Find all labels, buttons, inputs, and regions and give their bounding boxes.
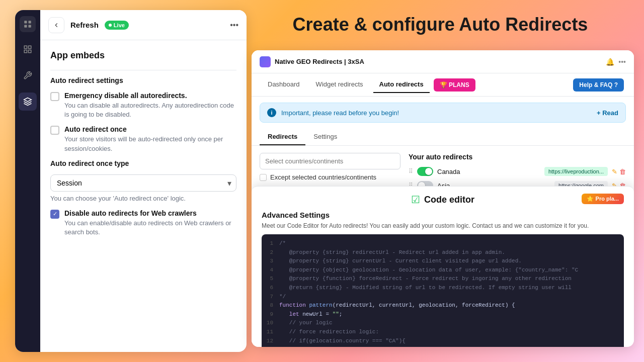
sidebar-apps-icon[interactable] <box>19 93 37 111</box>
code-editor-title: Code editor <box>424 195 474 205</box>
header-actions: 🔔 ••• <box>606 58 626 66</box>
page-heading: Create & configure Auto Redirects <box>247 14 634 35</box>
app-icon <box>260 56 271 67</box>
emergency-disable-desc: You can disable all autoredirects. Any a… <box>64 101 236 119</box>
emergency-disable-checkbox[interactable] <box>50 92 59 101</box>
code-line-5: 5 @property {function} forceRedirect - F… <box>262 275 624 284</box>
drag-handle-canada[interactable]: ⠿ <box>409 168 413 175</box>
read-button[interactable]: + Read <box>597 109 618 117</box>
content-tabs: Redirects Settings <box>252 129 634 146</box>
redirect-once-type-helper: You can choose your 'Auto redirect once'… <box>50 195 236 202</box>
disable-crawlers-row: ✓ Disable auto redirects for Web crawler… <box>50 209 236 237</box>
svg-rect-2 <box>24 25 27 28</box>
svg-rect-3 <box>29 25 31 28</box>
code-editor-header: ☑ Code editor <box>252 187 634 211</box>
svg-rect-5 <box>29 46 31 48</box>
emergency-disable-row: Emergency disable all autoredirects. You… <box>50 92 236 119</box>
app-name: Native GEO Redirects | 3xSA <box>275 58 364 65</box>
sidebar-home-icon[interactable] <box>20 16 36 32</box>
disable-crawlers-desc: You can enable/disable auto redirects on… <box>64 219 236 237</box>
code-line-3: 3 @property {string} currentUrl - Curren… <box>262 257 624 266</box>
auto-redirect-once-label: Auto redirect once <box>64 125 236 133</box>
tab-settings[interactable]: Settings <box>305 129 345 145</box>
auto-redirect-once-desc: Your store visitors will be auto-redirec… <box>64 135 236 153</box>
svg-rect-4 <box>24 46 27 48</box>
settings-panel: App embeds Auto redirect settings Emerge… <box>40 40 247 352</box>
live-dot <box>109 24 112 27</box>
svg-rect-6 <box>24 50 27 53</box>
svg-rect-0 <box>24 21 27 23</box>
code-line-7: 7 */ <box>262 293 624 302</box>
advanced-settings: Advanced Settings Meet our Code Editor f… <box>252 211 634 347</box>
live-badge: Live <box>105 21 129 30</box>
code-line-10: 10 // your logic <box>262 319 624 328</box>
info-banner: i Important, please read before you begi… <box>260 103 626 123</box>
checkmark-icon: ☑ <box>411 194 420 206</box>
more-options-icon[interactable]: ••• <box>618 58 626 66</box>
top-bar: Refresh Live ••• <box>40 10 247 40</box>
bell-icon[interactable]: 🔔 <box>606 58 614 66</box>
disable-crawlers-checkbox[interactable]: ✓ <box>50 210 59 219</box>
more-button[interactable]: ••• <box>230 21 238 30</box>
back-button[interactable] <box>48 17 64 33</box>
code-line-12: 12 // if(gelocation.country === "CA"){ <box>262 337 624 346</box>
right-panel: Native GEO Redirects | 3xSA 🔔 ••• Dashbo… <box>252 50 634 347</box>
auto-redirect-settings-title: Auto redirect settings <box>50 76 236 84</box>
advanced-settings-desc: Meet our Code Editor for Auto redirects!… <box>262 221 624 230</box>
pro-badge[interactable]: ⭐ Pro pla... <box>582 194 624 204</box>
redirect-item-canada: ⠿ Canada https://liveproduction... ✎ 🗑 <box>409 167 626 176</box>
code-line-6: 6 @return {string} - Modified string of … <box>262 284 624 293</box>
except-option: Except selected countries/continents <box>260 173 400 181</box>
delete-canada-icon[interactable]: 🗑 <box>619 168 626 175</box>
redirects-title: Your auto redirects <box>409 153 626 161</box>
redirect-once-type-wrapper: Session Cookie IP ▾ <box>50 174 236 192</box>
info-text: Important, please read before you begin! <box>281 109 399 117</box>
svg-rect-7 <box>29 50 31 53</box>
code-line-8: 8 function pattern(redirectUrl, currentU… <box>262 301 624 310</box>
info-icon: i <box>267 108 276 117</box>
action-icons-canada: ✎ 🗑 <box>612 168 626 175</box>
plans-button[interactable]: 🏆 PLANS <box>434 78 475 92</box>
nav-tabs: Dashboard Widget redirects Auto redirect… <box>252 73 634 97</box>
left-panel: Refresh Live ••• App embeds Auto redirec… <box>15 10 247 352</box>
shopify-sidebar <box>15 10 40 352</box>
sidebar-grid-icon[interactable] <box>19 40 37 58</box>
sidebar-tools-icon[interactable] <box>19 66 37 84</box>
code-line-1: 1 /* <box>262 239 624 248</box>
help-button[interactable]: Help & FAQ ? <box>573 78 624 92</box>
code-line-13: 13 // return forceRedirect("https://your… <box>262 345 624 347</box>
disable-crawlers-label: Disable auto redirects for Web crawlers <box>64 209 236 217</box>
code-block: 1 /* 2 @property {string} redirectUrl - … <box>262 234 624 347</box>
except-checkbox[interactable] <box>260 174 267 181</box>
divider-1 <box>50 70 236 70</box>
redirect-once-type-select[interactable]: Session Cookie IP <box>50 174 236 192</box>
svg-rect-1 <box>29 21 31 23</box>
emergency-disable-label: Emergency disable all autoredirects. <box>64 92 236 100</box>
tab-auto-redirects[interactable]: Auto redirects <box>373 76 430 93</box>
country-canada: Canada <box>437 168 460 175</box>
country-select-input[interactable] <box>260 153 400 169</box>
toggle-thumb-canada <box>425 168 432 175</box>
tab-dashboard[interactable]: Dashboard <box>262 76 306 93</box>
app-header: Native GEO Redirects | 3xSA 🔔 ••• <box>252 50 634 73</box>
toggle-canada[interactable] <box>417 167 433 176</box>
url-badge-canada: https://liveproduction... <box>544 167 608 176</box>
code-line-9: 9 let newUrl = ""; <box>262 310 624 319</box>
app-embeds-title: App embeds <box>50 50 236 61</box>
code-editor-overlay: ☑ Code editor Advanced Settings Meet our… <box>252 186 634 347</box>
code-line-11: 11 // force redirection logic: <box>262 328 624 337</box>
tab-redirects[interactable]: Redirects <box>260 129 305 145</box>
auto-redirect-once-row: Auto redirect once Your store visitors w… <box>50 125 236 153</box>
live-label: Live <box>114 22 125 28</box>
tab-widget-redirects[interactable]: Widget redirects <box>310 76 369 93</box>
code-line-2: 2 @property {string} redirectUrl - Redir… <box>262 248 624 257</box>
except-label: Except selected countries/continents <box>270 173 376 181</box>
advanced-settings-title: Advanced Settings <box>262 211 624 219</box>
code-line-4: 4 @property {object} geolocation - Geolo… <box>262 266 624 275</box>
auto-redirect-once-checkbox[interactable] <box>50 126 59 135</box>
refresh-title: Refresh <box>70 21 99 29</box>
redirect-once-type-label: Auto redirect once type <box>50 159 236 167</box>
edit-canada-icon[interactable]: ✎ <box>612 168 617 175</box>
